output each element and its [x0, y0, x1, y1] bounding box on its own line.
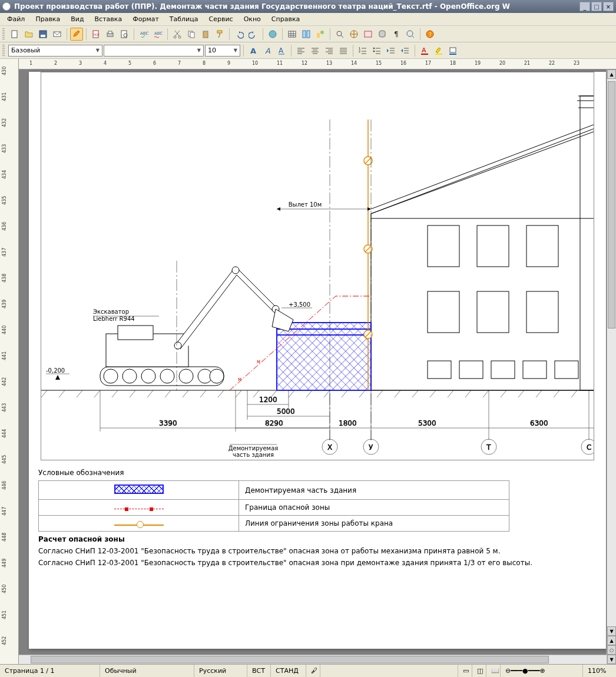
status-zoom[interactable]: 110% — [583, 665, 616, 677]
menu-window[interactable]: Окно — [239, 14, 266, 24]
status-view1-icon[interactable]: ▭ — [458, 665, 472, 677]
toolbar-standard: PDF ABC ABC ¶ ? — [0, 26, 616, 42]
print-button[interactable] — [104, 28, 117, 41]
svg-point-19 — [269, 31, 276, 38]
menu-help[interactable]: Справка — [267, 14, 304, 24]
datasources-button[interactable] — [376, 28, 389, 41]
menu-edit[interactable]: Правка — [31, 14, 65, 24]
nonprint-button[interactable]: ¶ — [390, 28, 403, 41]
autospell-button[interactable]: ABC — [151, 28, 164, 41]
navigator-button[interactable] — [347, 28, 360, 41]
highlight-button[interactable] — [432, 44, 445, 57]
scroll-thumb[interactable] — [608, 81, 615, 328]
align-left-button[interactable] — [294, 44, 307, 57]
undo-button[interactable] — [233, 28, 246, 41]
table-button[interactable] — [286, 28, 299, 41]
scroll-up-button[interactable]: ▲ — [607, 69, 616, 79]
menu-view[interactable]: Вид — [66, 14, 88, 24]
align-center-button[interactable] — [309, 44, 322, 57]
gallery-button[interactable] — [362, 28, 375, 41]
status-view2-icon[interactable]: ◫ — [472, 665, 486, 677]
underline-button[interactable]: A — [275, 44, 288, 57]
red-dash-symbol — [114, 509, 164, 510]
columns-button[interactable] — [300, 28, 313, 41]
svg-line-51 — [130, 390, 135, 397]
paste-button[interactable] — [199, 28, 212, 41]
align-right-button[interactable] — [323, 44, 336, 57]
menu-format[interactable]: Формат — [128, 14, 164, 24]
legend-row-text: Демонтируемая часть здания — [239, 481, 509, 500]
demolish-label: Демонтируемаячасть здания — [228, 445, 279, 458]
close-button[interactable]: × — [603, 2, 614, 11]
svg-rect-0 — [12, 31, 17, 38]
drawing-button[interactable] — [314, 28, 327, 41]
font-size-combo[interactable]: 10▼ — [205, 45, 240, 57]
document-area[interactable]: м м — [19, 69, 616, 664]
svg-rect-7 — [108, 31, 112, 34]
status-std[interactable]: СТАНД — [271, 665, 306, 677]
redo-button[interactable] — [247, 28, 260, 41]
nav-select-button[interactable]: ○ — [607, 645, 616, 655]
menu-table[interactable]: Таблица — [165, 14, 203, 24]
style-combo[interactable]: Базовый▼ — [8, 45, 102, 57]
save-button[interactable] — [37, 28, 49, 41]
svg-line-60 — [289, 390, 294, 397]
menu-insert[interactable]: Вставка — [90, 14, 127, 24]
horizontal-scrollbar[interactable] — [19, 655, 607, 664]
toolbar-format: Базовый▼ ▼ 10▼ A A A 12 A — [0, 42, 616, 59]
hscroll-thumb[interactable] — [31, 656, 549, 663]
zoom-button[interactable] — [404, 28, 417, 41]
open-button[interactable] — [22, 28, 35, 41]
copy-button[interactable] — [185, 28, 198, 41]
maximize-button[interactable]: □ — [591, 2, 602, 11]
increase-indent-button[interactable] — [399, 44, 412, 57]
svg-rect-86 — [523, 361, 547, 379]
minimize-button[interactable]: _ — [579, 2, 590, 11]
format-paint-button[interactable] — [213, 28, 226, 41]
italic-button[interactable]: A — [261, 44, 274, 57]
toolbar-grip[interactable] — [2, 28, 5, 40]
svg-text:С: С — [587, 443, 591, 452]
svg-rect-79 — [526, 225, 558, 267]
edit-button[interactable] — [70, 28, 83, 41]
decrease-indent-button[interactable] — [385, 44, 398, 57]
font-name-combo[interactable]: ▼ — [104, 45, 204, 57]
scroll-down-button[interactable]: ▼ — [607, 626, 616, 636]
status-page: Страница 1 / 1 — [0, 665, 100, 677]
align-justify-button[interactable] — [337, 44, 350, 57]
status-ins[interactable]: ВСТ — [247, 665, 271, 677]
vertical-scrollbar[interactable]: ▲ ▼ ▲ ○ ▼ — [607, 69, 616, 664]
help-button[interactable]: ? — [423, 28, 436, 41]
pdf-export-button[interactable]: PDF — [90, 28, 102, 41]
bg-color-button[interactable] — [446, 44, 459, 57]
svg-line-66 — [395, 390, 400, 397]
cut-button[interactable] — [171, 28, 184, 41]
nav-prev-button[interactable]: ▲ — [607, 636, 616, 645]
nav-next-button[interactable]: ▼ — [607, 655, 616, 664]
svg-line-52 — [147, 390, 153, 397]
hatch-symbol — [114, 484, 164, 494]
menu-file[interactable]: Файл — [2, 14, 29, 24]
bullet-list-button[interactable] — [370, 44, 383, 57]
svg-rect-17 — [204, 31, 207, 32]
hyperlink-button[interactable] — [266, 28, 279, 41]
print-preview-button[interactable] — [118, 28, 131, 41]
bold-button[interactable]: A — [247, 44, 260, 57]
svg-line-58 — [253, 390, 259, 397]
status-zoom-slider[interactable]: ⊖━━━●━━━⊕ — [501, 665, 583, 677]
status-sig-icon[interactable]: 🖋 — [306, 665, 320, 677]
status-view3-icon[interactable]: 📖 — [486, 665, 501, 677]
svg-point-111 — [210, 369, 224, 383]
new-doc-button[interactable] — [8, 28, 21, 41]
svg-text:1200: 1200 — [259, 396, 277, 404]
spellcheck-button[interactable]: ABC — [137, 28, 150, 41]
email-button[interactable] — [51, 28, 64, 41]
toolbar-grip[interactable] — [2, 45, 5, 57]
calc-p1: Согласно СНиП 12-03-2001 "Безопасность т… — [38, 547, 597, 555]
find-button[interactable] — [333, 28, 346, 41]
font-color-button[interactable]: A — [418, 44, 431, 57]
svg-text:5300: 5300 — [418, 419, 436, 427]
legend-heading: Условные обозначения — [38, 469, 597, 477]
numbered-list-button[interactable]: 12 — [356, 44, 369, 57]
menu-tools[interactable]: Сервис — [204, 14, 238, 24]
